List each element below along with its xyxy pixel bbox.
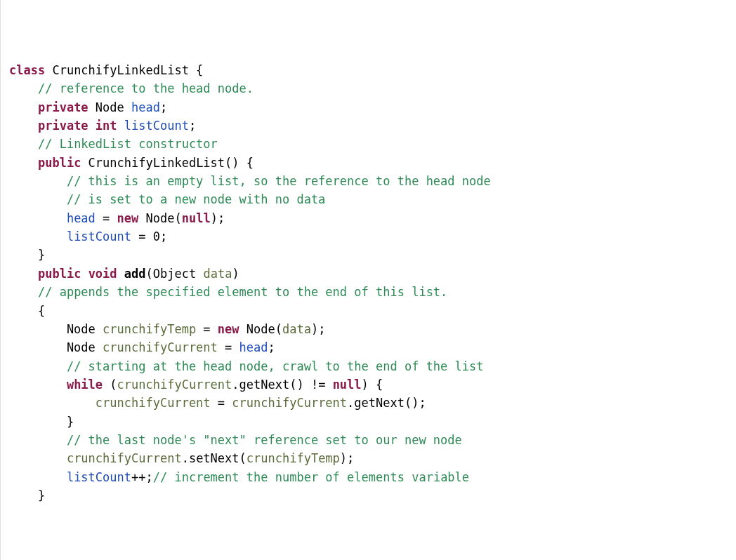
code-token: ); bbox=[311, 322, 325, 336]
code-token: private bbox=[38, 119, 88, 133]
code-token: = bbox=[196, 322, 218, 336]
code-line: // reference to the head node. bbox=[9, 79, 728, 98]
code-line: listCount = 0; bbox=[9, 227, 728, 246]
code-token: { bbox=[9, 304, 45, 318]
code-token: crunchifyCurrent bbox=[96, 396, 211, 410]
code-token bbox=[9, 156, 38, 170]
code-token: = 0; bbox=[131, 229, 167, 244]
code-token bbox=[9, 285, 38, 299]
code-line: public CrunchifyLinkedList() { bbox=[9, 154, 728, 172]
code-line: // the last node's "next" reference set … bbox=[9, 431, 728, 449]
code-line: // is set to a new node with no data bbox=[9, 190, 728, 208]
code-token bbox=[9, 433, 67, 447]
code-token: listCount bbox=[67, 229, 131, 244]
code-token: ; bbox=[268, 340, 275, 354]
code-token bbox=[9, 137, 38, 151]
code-token: ++; bbox=[131, 470, 153, 484]
code-line: crunchifyCurrent = crunchifyCurrent.getN… bbox=[9, 394, 728, 412]
code-token: ); bbox=[340, 451, 354, 465]
code-line: } bbox=[9, 486, 728, 505]
code-token: listCount bbox=[124, 119, 189, 133]
code-token bbox=[9, 192, 67, 206]
code-line: head = new Node(null); bbox=[9, 209, 728, 227]
code-token: (Object bbox=[146, 267, 204, 281]
code-line: Node crunchifyCurrent = head; bbox=[9, 338, 728, 356]
code-token: Node bbox=[9, 322, 103, 336]
code-token bbox=[9, 267, 38, 281]
code-line: // appends the specified element to the … bbox=[9, 283, 728, 301]
code-token: ; bbox=[160, 100, 167, 114]
code-token: class bbox=[9, 63, 45, 77]
code-token: data bbox=[203, 267, 232, 281]
code-token: // starting at the head node, crawl to t… bbox=[67, 359, 484, 373]
code-token bbox=[9, 470, 67, 484]
code-token: crunchifyCurrent bbox=[67, 451, 182, 465]
code-token bbox=[9, 119, 38, 133]
code-token: Node( bbox=[239, 322, 282, 336]
code-token bbox=[9, 100, 38, 114]
code-token: crunchifyCurrent bbox=[117, 378, 232, 392]
code-token: // this is an empty list, so the referen… bbox=[67, 174, 491, 188]
code-line: { bbox=[9, 302, 728, 320]
code-token bbox=[117, 267, 124, 281]
code-token: = bbox=[96, 211, 117, 225]
code-token: crunchifyCurrent bbox=[103, 340, 218, 354]
code-line: private int listCount; bbox=[9, 116, 728, 135]
code-line: listCount++;// increment the number of e… bbox=[9, 468, 728, 486]
code-token bbox=[9, 359, 67, 373]
code-token: crunchifyTemp bbox=[103, 322, 196, 336]
code-token: while bbox=[67, 378, 103, 392]
code-token: // is set to a new node with no data bbox=[67, 192, 325, 206]
code-token: ) bbox=[232, 267, 239, 281]
code-token: CrunchifyLinkedList { bbox=[45, 63, 203, 77]
code-token: add bbox=[124, 267, 146, 281]
code-token: } bbox=[9, 488, 45, 502]
code-token: ) { bbox=[362, 378, 383, 392]
code-token: ( bbox=[103, 378, 117, 392]
code-token bbox=[9, 229, 67, 244]
code-token: Node bbox=[88, 100, 131, 114]
code-token: // LinkedList constructor bbox=[38, 137, 218, 151]
code-token bbox=[9, 211, 67, 225]
code-token: listCount bbox=[67, 470, 131, 484]
code-token: void bbox=[88, 267, 117, 281]
code-token: int bbox=[96, 119, 117, 133]
code-token: // reference to the head node. bbox=[38, 81, 254, 95]
code-token: public bbox=[38, 156, 81, 170]
code-token: data bbox=[282, 322, 311, 336]
code-token: new bbox=[117, 211, 139, 225]
code-line: // this is an empty list, so the referen… bbox=[9, 172, 728, 190]
code-line: private Node head; bbox=[9, 98, 728, 116]
code-token: public bbox=[38, 267, 81, 281]
code-token: } bbox=[9, 248, 45, 262]
code-token bbox=[9, 396, 96, 410]
code-token: crunchifyTemp bbox=[247, 451, 340, 465]
code-token: = bbox=[218, 340, 239, 354]
code-token: null bbox=[182, 211, 211, 225]
code-token bbox=[9, 81, 38, 95]
code-token: = bbox=[211, 396, 232, 410]
code-line: // starting at the head node, crawl to t… bbox=[9, 357, 728, 375]
code-token: CrunchifyLinkedList() { bbox=[81, 156, 254, 170]
code-token: .getNext(); bbox=[347, 396, 426, 410]
code-token: new bbox=[218, 322, 239, 336]
code-token: private bbox=[38, 100, 88, 114]
code-line: } bbox=[9, 413, 728, 431]
code-line: } bbox=[9, 246, 728, 264]
code-line: while (crunchifyCurrent.getNext() != nul… bbox=[9, 375, 728, 394]
code-token: .setNext( bbox=[182, 451, 247, 465]
code-token: Node( bbox=[138, 211, 181, 225]
code-token bbox=[88, 119, 96, 133]
code-token: ); bbox=[211, 211, 225, 225]
code-token bbox=[9, 378, 67, 392]
code-line: Node crunchifyTemp = new Node(data); bbox=[9, 320, 728, 338]
code-token bbox=[117, 119, 124, 133]
code-token bbox=[81, 267, 88, 281]
code-token: // appends the specified element to the … bbox=[38, 285, 447, 299]
code-token: .getNext() != bbox=[232, 378, 332, 392]
code-token: } bbox=[9, 415, 74, 429]
code-line: public void add(Object data) bbox=[9, 265, 728, 283]
code-token: null bbox=[333, 378, 362, 392]
code-token: // the last node's "next" reference set … bbox=[67, 433, 462, 447]
code-token: ; bbox=[189, 119, 196, 133]
